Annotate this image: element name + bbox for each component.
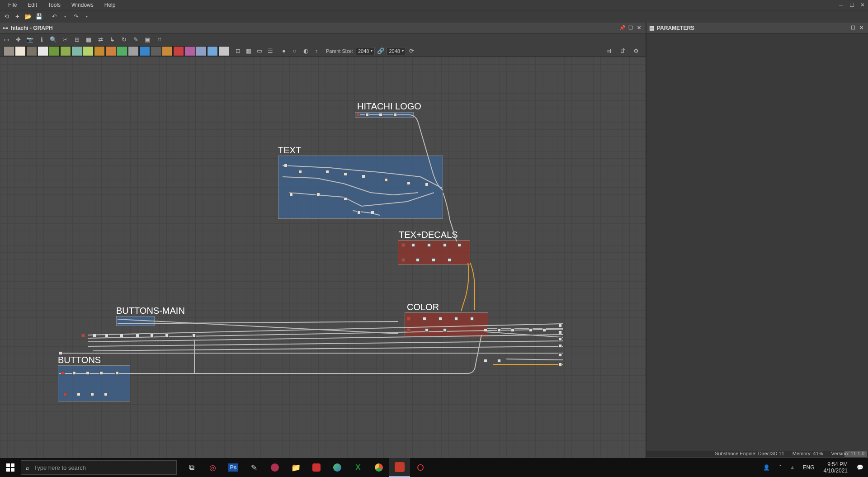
node[interactable]	[289, 193, 293, 196]
node[interactable]	[439, 317, 442, 321]
node[interactable]	[558, 337, 562, 341]
taskbar-chrome-icon[interactable]	[368, 458, 389, 477]
node[interactable]	[192, 334, 196, 337]
node[interactable]	[136, 334, 139, 337]
node[interactable]	[401, 243, 405, 247]
node-swatch[interactable]	[151, 46, 161, 56]
menu-help[interactable]: Help	[99, 1, 121, 9]
taskbar-explorer-icon[interactable]: 📁	[285, 458, 306, 477]
node[interactable]	[298, 170, 302, 174]
node[interactable]	[558, 344, 562, 348]
node[interactable]	[558, 353, 562, 357]
node-swatch[interactable]	[162, 46, 173, 56]
node[interactable]	[115, 371, 119, 375]
tray-chevron-icon[interactable]: ˄	[774, 458, 786, 477]
menu-windows[interactable]: Windows	[66, 1, 99, 9]
node[interactable]	[542, 328, 546, 332]
view-tree-icon[interactable]: ⇵	[618, 46, 627, 56]
node[interactable]	[344, 172, 347, 176]
tray-clock[interactable]: 9:54 PM 4/10/2021	[819, 461, 852, 474]
node[interactable]	[497, 328, 501, 332]
node[interactable]	[120, 334, 123, 337]
taskbar-excel-icon[interactable]: X	[348, 458, 368, 477]
node[interactable]	[432, 258, 435, 262]
panel-icon[interactable]: ▦	[84, 35, 93, 44]
link-icon[interactable]: ⇄	[96, 35, 105, 44]
node[interactable]	[407, 328, 410, 332]
graph-icon[interactable]: ⊞	[72, 35, 81, 44]
taskbar-substance-icon[interactable]	[389, 458, 410, 477]
node[interactable]	[165, 334, 169, 337]
move-icon[interactable]: ✥	[14, 35, 23, 44]
node-swatch[interactable]	[218, 46, 229, 56]
node[interactable]	[371, 211, 374, 214]
node-swatch[interactable]	[184, 46, 195, 56]
node[interactable]	[407, 317, 410, 321]
dot-b-icon[interactable]: ○	[290, 46, 300, 56]
node-swatch[interactable]	[38, 46, 48, 56]
node[interactable]	[558, 331, 562, 334]
node[interactable]	[90, 392, 94, 396]
dot-a-icon[interactable]: ●	[279, 46, 289, 56]
redo-icon[interactable]: ↷	[71, 12, 80, 21]
dot-c-icon[interactable]: ◐	[301, 46, 311, 56]
menu-edit[interactable]: Edit	[22, 1, 42, 9]
more-nodes-icon[interactable]: ⊡	[233, 46, 243, 56]
node[interactable]	[63, 392, 67, 396]
node[interactable]	[448, 258, 451, 262]
node[interactable]	[61, 371, 65, 375]
node[interactable]	[497, 359, 501, 363]
view-flow-icon[interactable]: ⇉	[604, 46, 614, 56]
node[interactable]	[458, 243, 461, 247]
node[interactable]	[425, 328, 429, 332]
node-swatch[interactable]	[128, 46, 139, 56]
node-swatch[interactable]	[60, 46, 71, 56]
tray-lang[interactable]: ENG	[798, 458, 819, 477]
node[interactable]	[454, 317, 458, 321]
node[interactable]	[384, 178, 388, 182]
node[interactable]	[284, 164, 288, 167]
node[interactable]	[59, 351, 62, 355]
node-swatch[interactable]	[117, 46, 127, 56]
save-icon[interactable]: 💾	[34, 12, 43, 21]
taskbar-app-7[interactable]	[327, 458, 348, 477]
node-swatch[interactable]	[105, 46, 116, 56]
node[interactable]	[425, 183, 429, 186]
menu-file[interactable]: File	[3, 1, 22, 9]
crop-icon[interactable]: ⌗	[155, 35, 164, 44]
select-icon[interactable]: ▭	[2, 35, 11, 44]
node[interactable]	[416, 258, 420, 262]
node[interactable]	[81, 334, 85, 337]
maximize-button[interactable]: ☐	[846, 0, 857, 10]
link-size-icon[interactable]: 🔗	[376, 46, 386, 56]
node[interactable]	[93, 334, 96, 337]
taskbar-app-1[interactable]: ◎	[202, 458, 223, 477]
node[interactable]	[443, 243, 447, 247]
node-swatch[interactable]	[139, 46, 150, 56]
tray-network-icon[interactable]: ⏚	[786, 458, 798, 477]
node[interactable]	[72, 371, 76, 375]
edit-icon[interactable]: ✎	[131, 35, 140, 44]
node-layout-icon[interactable]: ▭	[255, 46, 264, 56]
node-swatch[interactable]	[26, 46, 37, 56]
node[interactable]	[393, 113, 397, 117]
node[interactable]	[99, 371, 103, 375]
taskbar-app-4[interactable]	[264, 458, 285, 477]
node[interactable]	[326, 170, 329, 174]
refresh-icon[interactable]: ↻	[119, 35, 128, 44]
node[interactable]	[484, 359, 487, 363]
node[interactable]	[423, 317, 426, 321]
info-icon[interactable]: ℹ	[37, 35, 46, 44]
reset-size-icon[interactable]: ⟳	[407, 46, 417, 56]
camera-icon[interactable]: 📷	[25, 35, 34, 44]
new-icon[interactable]: ✦	[13, 12, 22, 21]
param-close-icon[interactable]: ✕	[857, 25, 865, 31]
node[interactable]	[362, 175, 365, 178]
start-button[interactable]	[0, 458, 21, 477]
restore-icon[interactable]: ☐	[627, 25, 635, 31]
arrow-up-icon[interactable]: ↑	[311, 46, 321, 56]
node[interactable]	[558, 324, 562, 327]
shuffle-icon[interactable]: ✂	[61, 35, 70, 44]
task-view-icon[interactable]: ⧉	[181, 458, 202, 477]
node[interactable]	[511, 328, 514, 332]
